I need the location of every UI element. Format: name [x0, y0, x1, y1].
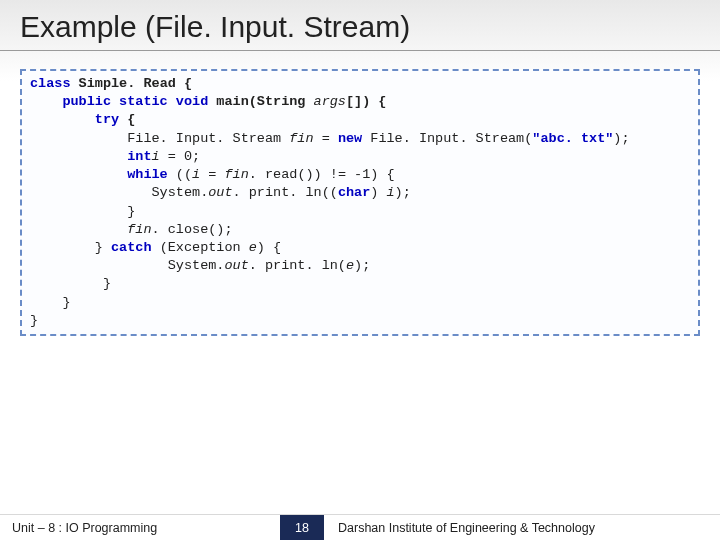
- keyword-char: char: [338, 185, 370, 200]
- code-text: System.: [30, 185, 208, 200]
- code-text: }: [30, 295, 71, 310]
- var-i: i: [386, 185, 394, 200]
- footer-page-number: 18: [280, 515, 324, 541]
- var-fin: fin: [224, 167, 248, 182]
- code-text: {: [119, 112, 135, 127]
- keyword-try: try: [30, 112, 119, 127]
- code-text: );: [354, 258, 370, 273]
- code-text: }: [30, 313, 38, 328]
- code-text: . read()) != -1) {: [249, 167, 395, 182]
- code-text: ): [370, 185, 386, 200]
- code-text: File. Input. Stream(: [362, 131, 532, 146]
- slide-title: Example (File. Input. Stream): [0, 0, 720, 51]
- code-text: ((: [168, 167, 192, 182]
- field-out: out: [224, 258, 248, 273]
- code-text: );: [613, 131, 629, 146]
- field-out: out: [208, 185, 232, 200]
- var-e: e: [249, 240, 257, 255]
- var-i: i: [152, 149, 160, 164]
- footer-unit: Unit – 8 : IO Programming: [0, 521, 280, 535]
- code-text: = 0;: [160, 149, 201, 164]
- footer: Unit – 8 : IO Programming 18 Darshan Ins…: [0, 514, 720, 540]
- var-i: i: [192, 167, 200, 182]
- var-e: e: [346, 258, 354, 273]
- footer-institute: Darshan Institute of Engineering & Techn…: [324, 521, 720, 535]
- code-block: class Simple. Read { public static void …: [20, 69, 700, 336]
- code-text: =: [200, 167, 224, 182]
- var-fin: fin: [289, 131, 313, 146]
- code-text: Simple. Read {: [71, 76, 193, 91]
- string-literal: "abc. txt": [532, 131, 613, 146]
- code-text: . print. ln(: [249, 258, 346, 273]
- keyword-new: new: [338, 131, 362, 146]
- code-text: main(String: [208, 94, 313, 109]
- code-text: [30, 222, 127, 237]
- keyword-int: int: [30, 149, 152, 164]
- code-text: }: [30, 204, 135, 219]
- code-text: );: [395, 185, 411, 200]
- var-fin: fin: [127, 222, 151, 237]
- code-text: System.: [30, 258, 224, 273]
- code-text: File. Input. Stream: [30, 131, 289, 146]
- code-text: . close();: [152, 222, 233, 237]
- code-text: []) {: [346, 94, 387, 109]
- keyword-while: while: [30, 167, 168, 182]
- code-text: =: [314, 131, 338, 146]
- code-text: . print. ln((: [233, 185, 338, 200]
- keyword-class: class: [30, 76, 71, 91]
- code-text: (Exception: [152, 240, 249, 255]
- code-text: }: [30, 276, 111, 291]
- param-args: args: [314, 94, 346, 109]
- code-text: }: [30, 240, 111, 255]
- keyword-public-static-void: public static void: [30, 94, 208, 109]
- keyword-catch: catch: [111, 240, 152, 255]
- code-text: ) {: [257, 240, 281, 255]
